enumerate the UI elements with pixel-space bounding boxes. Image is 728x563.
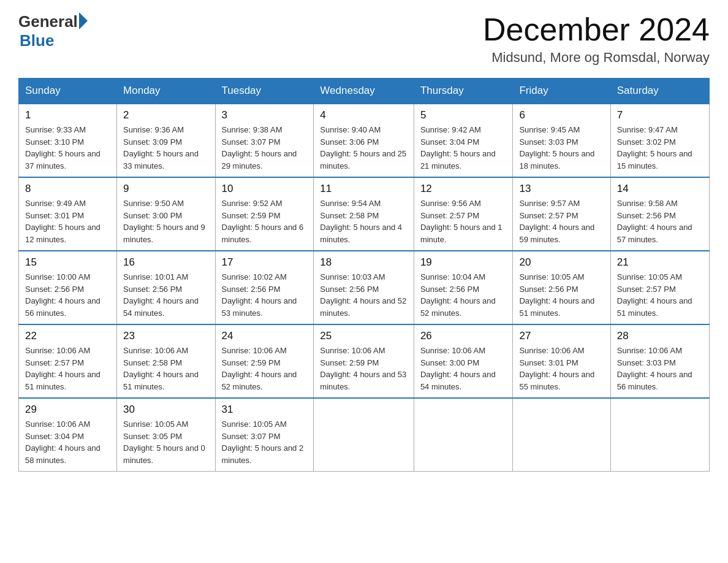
calendar-header-row: SundayMondayTuesdayWednesdayThursdayFrid… [19, 79, 710, 104]
day-number: 8 [25, 183, 110, 195]
day-number: 22 [25, 330, 110, 342]
day-number: 17 [222, 256, 308, 269]
day-number: 16 [123, 256, 208, 269]
calendar-cell: 25Sunrise: 10:06 AMSunset: 2:59 PMDaylig… [314, 324, 414, 398]
day-number: 14 [617, 183, 703, 195]
day-number: 25 [320, 330, 408, 342]
day-info: Sunrise: 10:06 AMSunset: 2:58 PMDaylight… [123, 345, 208, 393]
day-number: 26 [420, 330, 507, 342]
calendar-cell: 2Sunrise: 9:36 AMSunset: 3:09 PMDaylight… [117, 104, 215, 177]
calendar-cell: 8Sunrise: 9:49 AMSunset: 3:01 PMDaylight… [19, 177, 117, 251]
day-number: 30 [123, 404, 208, 416]
day-number: 5 [420, 109, 507, 121]
calendar-cell: 12Sunrise: 9:56 AMSunset: 2:57 PMDayligh… [414, 177, 513, 251]
calendar-cell: 26Sunrise: 10:06 AMSunset: 3:00 PMDaylig… [414, 324, 513, 398]
day-info: Sunrise: 10:01 AMSunset: 2:56 PMDaylight… [123, 271, 208, 319]
week-row: 22Sunrise: 10:06 AMSunset: 2:57 PMDaylig… [19, 324, 710, 398]
calendar-cell: 7Sunrise: 9:47 AMSunset: 3:02 PMDaylight… [610, 104, 709, 177]
day-info: Sunrise: 9:49 AMSunset: 3:01 PMDaylight:… [25, 197, 110, 245]
calendar-cell: 16Sunrise: 10:01 AMSunset: 2:56 PMDaylig… [117, 251, 215, 324]
day-info: Sunrise: 9:50 AMSunset: 3:00 PMDaylight:… [123, 197, 208, 245]
day-info: Sunrise: 10:05 AMSunset: 3:07 PMDaylight… [222, 418, 308, 466]
calendar-cell: 27Sunrise: 10:06 AMSunset: 3:01 PMDaylig… [513, 324, 610, 398]
calendar-cell: 5Sunrise: 9:42 AMSunset: 3:04 PMDaylight… [414, 104, 513, 177]
day-info: Sunrise: 9:42 AMSunset: 3:04 PMDaylight:… [420, 124, 507, 172]
calendar-cell [610, 398, 709, 472]
calendar-cell [314, 398, 414, 472]
calendar-cell [513, 398, 610, 472]
calendar-cell: 30Sunrise: 10:05 AMSunset: 3:05 PMDaylig… [117, 398, 215, 472]
day-number: 12 [420, 183, 507, 195]
day-info: Sunrise: 10:00 AMSunset: 2:56 PMDaylight… [25, 271, 110, 319]
calendar-cell: 10Sunrise: 9:52 AMSunset: 2:59 PMDayligh… [215, 177, 314, 251]
day-info: Sunrise: 10:05 AMSunset: 2:57 PMDaylight… [617, 271, 703, 319]
calendar-cell: 15Sunrise: 10:00 AMSunset: 2:56 PMDaylig… [19, 251, 117, 324]
location-title: Midsund, More og Romsdal, Norway [483, 50, 710, 66]
day-info: Sunrise: 9:47 AMSunset: 3:02 PMDaylight:… [617, 124, 703, 172]
logo-triangle-icon [79, 12, 88, 29]
logo: General Blue [18, 12, 88, 50]
calendar-cell: 20Sunrise: 10:05 AMSunset: 2:56 PMDaylig… [513, 251, 610, 324]
day-info: Sunrise: 10:06 AMSunset: 2:59 PMDaylight… [320, 345, 408, 393]
calendar-cell: 9Sunrise: 9:50 AMSunset: 3:00 PMDaylight… [117, 177, 215, 251]
day-number: 10 [222, 183, 308, 195]
page-header: General Blue December 2024 Midsund, More… [18, 12, 710, 66]
day-info: Sunrise: 9:56 AMSunset: 2:57 PMDaylight:… [420, 197, 507, 245]
week-row: 8Sunrise: 9:49 AMSunset: 3:01 PMDaylight… [19, 177, 710, 251]
day-number: 23 [123, 330, 208, 342]
day-info: Sunrise: 10:05 AMSunset: 2:56 PMDaylight… [519, 271, 604, 319]
day-number: 31 [222, 404, 308, 416]
logo-general-text: General [18, 12, 78, 31]
day-number: 18 [320, 256, 408, 269]
day-info: Sunrise: 10:04 AMSunset: 2:56 PMDaylight… [420, 271, 507, 319]
day-info: Sunrise: 9:38 AMSunset: 3:07 PMDaylight:… [222, 124, 308, 172]
day-info: Sunrise: 9:57 AMSunset: 2:57 PMDaylight:… [519, 197, 604, 245]
day-number: 9 [123, 183, 208, 195]
header-wednesday: Wednesday [314, 79, 414, 104]
day-number: 28 [617, 330, 703, 342]
header-monday: Monday [117, 79, 215, 104]
calendar-cell: 19Sunrise: 10:04 AMSunset: 2:56 PMDaylig… [414, 251, 513, 324]
calendar-cell: 31Sunrise: 10:05 AMSunset: 3:07 PMDaylig… [215, 398, 314, 472]
day-info: Sunrise: 10:03 AMSunset: 2:56 PMDaylight… [320, 271, 408, 319]
calendar-cell: 28Sunrise: 10:06 AMSunset: 3:03 PMDaylig… [610, 324, 709, 398]
header-thursday: Thursday [414, 79, 513, 104]
header-friday: Friday [513, 79, 610, 104]
day-info: Sunrise: 9:58 AMSunset: 2:56 PMDaylight:… [617, 197, 703, 245]
day-number: 4 [320, 109, 408, 121]
day-info: Sunrise: 10:06 AMSunset: 2:57 PMDaylight… [25, 345, 110, 393]
calendar-cell: 6Sunrise: 9:45 AMSunset: 3:03 PMDaylight… [513, 104, 610, 177]
day-number: 15 [25, 256, 110, 269]
calendar-cell: 13Sunrise: 9:57 AMSunset: 2:57 PMDayligh… [513, 177, 610, 251]
day-number: 20 [519, 256, 604, 269]
calendar-cell: 23Sunrise: 10:06 AMSunset: 2:58 PMDaylig… [117, 324, 215, 398]
day-number: 24 [222, 330, 308, 342]
day-number: 21 [617, 256, 703, 269]
day-info: Sunrise: 9:33 AMSunset: 3:10 PMDaylight:… [25, 124, 110, 172]
day-number: 13 [519, 183, 604, 195]
header-saturday: Saturday [610, 79, 709, 104]
day-info: Sunrise: 10:06 AMSunset: 3:00 PMDaylight… [420, 345, 507, 393]
calendar-cell: 14Sunrise: 9:58 AMSunset: 2:56 PMDayligh… [610, 177, 709, 251]
day-info: Sunrise: 10:06 AMSunset: 3:03 PMDaylight… [617, 345, 703, 393]
day-number: 19 [420, 256, 507, 269]
logo-blue-text: Blue [20, 31, 54, 50]
calendar-cell: 22Sunrise: 10:06 AMSunset: 2:57 PMDaylig… [19, 324, 117, 398]
day-info: Sunrise: 10:02 AMSunset: 2:56 PMDaylight… [222, 271, 308, 319]
day-number: 29 [25, 404, 110, 416]
calendar-cell: 3Sunrise: 9:38 AMSunset: 3:07 PMDaylight… [215, 104, 314, 177]
header-sunday: Sunday [19, 79, 117, 104]
week-row: 1Sunrise: 9:33 AMSunset: 3:10 PMDaylight… [19, 104, 710, 177]
day-info: Sunrise: 9:40 AMSunset: 3:06 PMDaylight:… [320, 124, 408, 172]
calendar-cell: 17Sunrise: 10:02 AMSunset: 2:56 PMDaylig… [215, 251, 314, 324]
day-number: 1 [25, 109, 110, 121]
day-info: Sunrise: 9:45 AMSunset: 3:03 PMDaylight:… [519, 124, 604, 172]
day-number: 6 [519, 109, 604, 121]
day-info: Sunrise: 10:06 AMSunset: 2:59 PMDaylight… [222, 345, 308, 393]
calendar-cell: 11Sunrise: 9:54 AMSunset: 2:58 PMDayligh… [314, 177, 414, 251]
day-number: 2 [123, 109, 208, 121]
day-number: 3 [222, 109, 308, 121]
day-info: Sunrise: 10:05 AMSunset: 3:05 PMDaylight… [123, 418, 208, 466]
month-title: December 2024 [483, 12, 710, 47]
header-tuesday: Tuesday [215, 79, 314, 104]
